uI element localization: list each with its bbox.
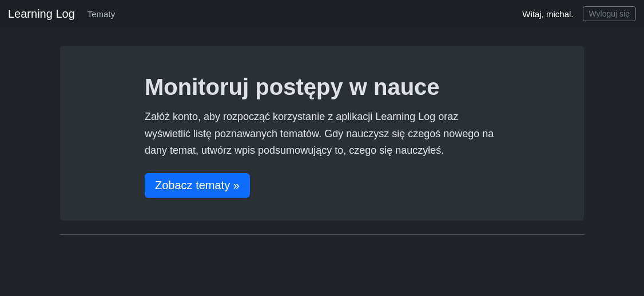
page-lead: Załóż konto, aby rozpocząć korzystanie z… [145, 109, 499, 159]
welcome-text: Witaj, michal. [522, 9, 573, 19]
navbar-right: Witaj, michal. Wyloguj się [522, 6, 636, 21]
jumbotron: Monitoruj postępy w nauce Załóż konto, a… [60, 46, 584, 221]
jumbotron-inner: Monitoruj postępy w nauce Załóż konto, a… [145, 73, 499, 198]
view-topics-button[interactable]: Zobacz tematy » [145, 173, 250, 198]
navbar: Learning Log Tematy Witaj, michal. Wylog… [0, 0, 644, 27]
page-title: Monitoruj postępy w nauce [145, 73, 499, 101]
logout-button[interactable]: Wyloguj się [583, 6, 636, 21]
brand-link[interactable]: Learning Log [8, 7, 75, 21]
main-container: Monitoruj postępy w nauce Załóż konto, a… [53, 46, 591, 235]
divider [60, 234, 584, 235]
nav-link-topics[interactable]: Tematy [88, 6, 115, 22]
